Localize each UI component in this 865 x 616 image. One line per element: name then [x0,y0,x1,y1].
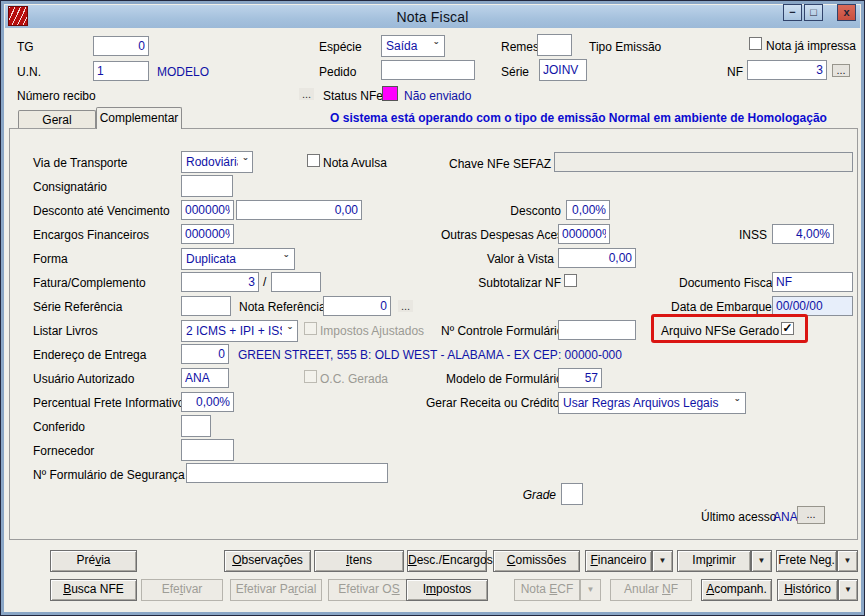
especie-select[interactable]: Saída ˇ [381,35,445,57]
frete-neg-button[interactable]: Frete Neg. [776,550,837,572]
pedido-label: Pedido [319,65,356,79]
nota-ecf-dropdown-arrow: ▼ [580,579,601,601]
un-field[interactable] [93,61,149,81]
nota-ja-impressa-label: Nota já impressa [766,39,856,53]
anular-nf-button: Anular NF [610,579,692,601]
impostos-button[interactable]: Impostos [406,579,488,601]
itens-button[interactable]: Itens [314,550,404,572]
nf-field[interactable] [747,60,827,80]
financeiro-dropdown-arrow[interactable]: ▼ [652,550,673,572]
previa-button[interactable]: Prévia [50,550,137,572]
status-nfe-value: Não enviado [404,89,471,103]
pedido-field[interactable] [381,60,475,80]
serie-field[interactable] [539,59,587,81]
maximize-button[interactable]: □ [804,4,823,21]
remessa-field[interactable] [537,34,572,56]
tab-geral[interactable]: Geral [18,110,96,128]
complementar-panel [9,128,858,540]
window-title: Nota Fiscal [5,9,860,25]
tipo-emissao-label: Tipo Emissão [589,40,661,54]
nota-ja-impressa-checkbox[interactable] [749,37,762,50]
comissoes-button[interactable]: Comissões [493,550,580,572]
imprimir-dropdown-arrow[interactable]: ▼ [751,550,772,572]
nota-ecf-button: Nota ECF [514,579,580,601]
minimize-button[interactable]: − [783,4,802,21]
environment-banner: O sistema está operando com o tipo de em… [301,111,856,125]
nf-label: NF [727,65,743,79]
especie-label: Espécie [319,40,362,54]
un-label: U.N. [17,65,41,79]
nota-fiscal-window: Nota Fiscal − □ x TG Espécie Saída ˇ Rem… [0,0,865,616]
desc-encargos-button[interactable]: Desc./Encargos [407,550,487,572]
tab-complementar[interactable]: Complementar [96,107,182,129]
status-nfe-label: Status NFe [323,89,383,103]
observacoes-button[interactable]: Observações [224,550,311,572]
busca-nfe-button[interactable]: Busca NFE [50,579,137,601]
title-bar: Nota Fiscal [5,5,860,28]
tg-label: TG [17,40,34,54]
financeiro-button[interactable]: Financeiro [585,550,652,572]
tg-field[interactable] [93,36,149,56]
historico-dropdown-arrow[interactable]: ▼ [838,579,858,601]
historico-button[interactable]: Histórico [777,579,838,601]
serie-label: Série [501,65,529,79]
acompanh-button[interactable]: Acompanh. [701,579,772,601]
efetivar-parcial-button: Efetivar Parcial [230,579,322,601]
numero-recibo-more-button[interactable]: ... [299,88,314,100]
efetivar-button: Efetivar [141,579,223,601]
close-button[interactable]: x [837,4,856,21]
un-name-label: MODELO [157,65,209,79]
frete-neg-dropdown-arrow[interactable]: ▼ [837,550,858,572]
chevron-down-icon: ˇ [428,40,444,52]
nf-lookup-button[interactable]: ... [832,64,850,77]
imprimir-button[interactable]: Imprimir [677,550,751,572]
numero-recibo-label: Número recibo [17,89,96,103]
efetivar-os-button: Efetivar OS [328,579,410,601]
status-nfe-color-swatch [382,86,398,101]
